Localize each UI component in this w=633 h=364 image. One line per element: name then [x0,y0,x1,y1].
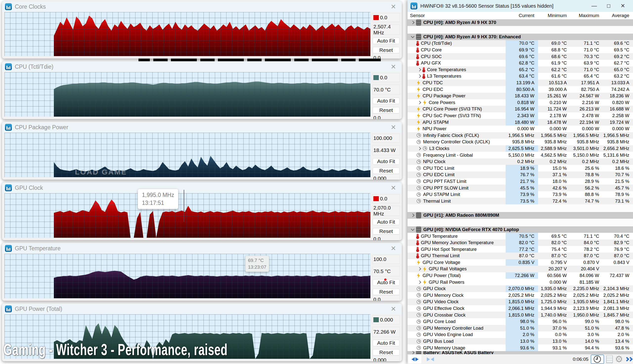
section-row[interactable]: GPU [#1]: AMD Radeon 880M/890M [407,212,633,219]
sensor-row[interactable]: GPU Memory Clock2,025.2 MHz2,025.2 MHz2,… [407,292,633,299]
sensor-row[interactable]: CPU TDC13.199 A10.513 A17.951 A13.033 A [407,80,633,86]
sensor-row[interactable]: Memory Controller Clock (UCLK)935.8 MHz9… [407,139,633,145]
sensor-row[interactable]: Core Powers0.818 W0.210 W2.216 W0.820 W [407,99,633,106]
graph-plot-area[interactable] [5,72,370,117]
sensor-row[interactable]: GPU Core Load98.0 %96.0 %99.0 %98.0 % [407,318,633,325]
sensor-row[interactable]: GPU Power (Total)72.266 W60.566 W84.096 … [407,272,633,279]
section-row[interactable]: GPU [#0]: NVIDIA GeForce RTX 4070 Laptop [407,226,633,233]
sensor-row[interactable]: CPU PPT FAST Limit21.7 %18.0 %28.9 %21.5… [407,178,633,185]
close-icon[interactable]: ✕ [388,61,399,72]
sensor-row[interactable]: GPU Core Voltage0.835 V0.795 V0.870 V0.8… [407,259,633,266]
series-color-swatch[interactable] [373,75,379,80]
chevron-down-icon[interactable] [411,227,414,231]
sensor-row[interactable]: CPU Core69.9 °C68.8 °C71.0 °C69.5 °C [407,47,633,54]
sensor-row[interactable]: GPU Clock2,070.0 MHz1,935.0 MHz2,235.0 M… [407,286,633,292]
section-row[interactable]: Battery: ASUSTeK ASUS Battery [407,351,633,354]
reset-button[interactable]: Reset [373,107,400,114]
sensor-row[interactable]: CPU EDC Limit76.7 %37.1 %78.8 %70.7 % [407,172,633,178]
close-icon[interactable]: ✕ [388,122,399,133]
chevron-right-icon[interactable] [418,280,421,284]
expand-columns-button[interactable] [408,355,421,364]
chevron-right-icon[interactable] [418,101,421,104]
reset-button[interactable]: Reset [373,168,400,174]
graph-plot-area[interactable]: LOAD GAME [5,133,370,177]
gear-icon[interactable]: ⚙ [615,354,623,364]
graph-plot-area[interactable] [5,12,370,56]
sensor-row[interactable]: NPU Clock0.2 MHz0.2 MHz0.2 MHz0.2 MHz [407,158,633,165]
sensor-row[interactable]: GPU Hot Spot Temperature77.2 °C75.4 °C78… [407,246,633,252]
sensor-row[interactable]: CPU SoC Power (SVI3 TFN)2.343 W2.178 W2.… [407,112,633,119]
sensor-row[interactable]: GPU Memory Usage93.6 %93.1 %94.4 %93.6 % [407,344,633,351]
maximize-icon[interactable] [601,0,616,12]
series-color-swatch[interactable] [373,317,379,322]
sensor-row[interactable]: CPU EDC80.500 A39.000 A82.750 A74.242 A [407,86,633,93]
close-icon[interactable]: ✕ [616,0,630,12]
chevron-right-icon[interactable] [418,74,421,78]
sensor-row[interactable]: Frequency Limit - Global5,150.0 MHz4,562… [407,152,633,158]
close-icon[interactable]: ✕ [388,243,399,254]
sensor-row[interactable]: Core Temperatures65.2 °C62.2 °C71.0 °C65… [407,66,633,73]
column-average[interactable]: Average [603,13,633,18]
chevron-down-icon[interactable] [411,34,414,38]
sensor-row[interactable]: APU STAPM18.480 W18.478 W22.194 W19.724 … [407,119,633,126]
report-icon[interactable] [606,355,613,363]
reset-button[interactable]: Reset [373,289,400,295]
sensor-row[interactable]: CPU SOC69.6 °C68.6 °C70.3 °C69.2 °C [407,53,633,60]
column-maximum[interactable]: Maximum [570,13,603,18]
sensor-row[interactable]: GPU Video Engine Load2.0 %0.0 %3.0 %2.0 … [407,332,633,338]
sensor-row[interactable]: APU STAPM Limit73.9 %73.9 %88.8 %78.9 % [407,191,633,198]
sensor-row[interactable]: L3 Clocks2,625.5 MHz2,588.9 MHz3,501.0 M… [407,145,633,152]
section-row[interactable]: CPU [#0]: AMD Ryzen AI 9 HX 370: Enhance… [407,34,633,40]
sensor-row[interactable]: GPU Memory Controller Load51.0 %37.0 %51… [407,325,633,332]
close-icon[interactable]: ✕ [388,304,399,314]
gauge-button[interactable] [591,354,604,364]
sensor-row[interactable]: CPU Core Power (SVI3 TFN)16.954 W11.724 … [407,106,633,112]
auto-fit-button[interactable]: Auto Fit [373,38,400,44]
sensor-row[interactable]: Thermal Limit73.5 %72.4 %74.7 %73.1 % [407,198,633,204]
chevron-right-icon[interactable] [411,351,414,354]
double-chevron-icon[interactable] [625,358,632,361]
sensor-row[interactable]: APU GFX62.8 °C61.9 °C63.9 °C62.7 °C [407,60,633,66]
sensor-row[interactable]: GPU Thermal Limit87.0 °C87.0 °C87.0 °C87… [407,252,633,259]
section-row[interactable]: CPU [#0]: AMD Ryzen AI 9 HX 370 [407,19,633,26]
sensor-row[interactable]: CPU TDC Limit18.9 %15.0 %25.6 %18.6 % [407,165,633,172]
close-icon[interactable]: ✕ [388,182,399,193]
sensor-row[interactable]: L3 Temperatures63.4 °C61.6 °C65.4 °C63.2… [407,73,633,80]
sensor-row[interactable]: Infinity Fabric Clock (FCLK)1,956.5 MHz1… [407,132,633,139]
series-color-swatch[interactable] [373,196,379,201]
series-color-swatch[interactable] [373,15,379,20]
sensor-row[interactable]: GPU Memory Junction Temperature82.0 °C82… [407,240,633,246]
collapse-columns-button[interactable] [424,355,437,364]
sensor-row[interactable]: CPU PPT SLOW Limit45.5 %42.6 %56.2 %45.7… [407,184,633,191]
sensor-row[interactable]: GPU Temperature70.5 °C69.5 °C71.1 °C70.4… [407,233,633,240]
chevron-right-icon[interactable] [418,267,421,270]
minimize-icon[interactable]: — [587,0,601,12]
close-icon[interactable]: ✕ [388,1,399,12]
sensor-row[interactable]: GPU Video Clock1,815.0 MHz1,725.0 MHz1,9… [407,298,633,305]
reset-button[interactable]: Reset [373,47,400,54]
sensor-row[interactable]: GPU Effective Clock2,066.1 MHz1,944.9 MH… [407,305,633,312]
graph-plot-area[interactable] [5,254,370,298]
graph-title-bar[interactable]: CPU Package Power ✕ [2,122,402,133]
sensor-row[interactable]: CPU (Tctl/Tdie)70.0 °C69.0 °C71.1 °C69.6… [407,40,633,47]
chevron-right-icon[interactable] [411,214,414,217]
column-minimum[interactable]: Minimum [538,13,570,18]
auto-fit-button[interactable]: Auto Fit [373,158,400,164]
auto-fit-button[interactable]: Auto Fit [373,98,400,104]
sensor-row[interactable]: GPU Bus Load13.0 %13.0 %14.0 %13.4 % [407,338,633,345]
hwinfo-title-bar[interactable]: HWiNFO® 32 v8.16-5600 Sensor Status [155… [407,0,633,12]
sensor-row[interactable]: CPU Package Power18.433 W15.261 W24.567 … [407,93,633,99]
auto-fit-button[interactable]: Auto Fit [373,340,400,346]
graph-title-bar[interactable]: Core Clocks ✕ [2,1,402,12]
chevron-right-icon[interactable] [411,21,414,24]
column-sensor[interactable]: Sensor [407,13,506,18]
reset-button[interactable]: Reset [373,228,400,234]
graph-title-bar[interactable]: CPU (Tctl/Tdie) ✕ [2,61,402,72]
chevron-right-icon[interactable] [418,147,421,150]
graph-title-bar[interactable]: GPU Clock ✕ [2,182,402,193]
auto-fit-button[interactable]: Auto Fit [373,219,400,225]
graph-title-bar[interactable]: GPU Temperature ✕ [2,243,402,254]
chevron-right-icon[interactable] [418,68,421,72]
sensor-row[interactable]: GPU Rail Powers0.000 W81.185 W [407,279,633,286]
sensor-row[interactable]: NPU Power0.000 W0.000 W0.000 W0.000 W [407,126,633,132]
